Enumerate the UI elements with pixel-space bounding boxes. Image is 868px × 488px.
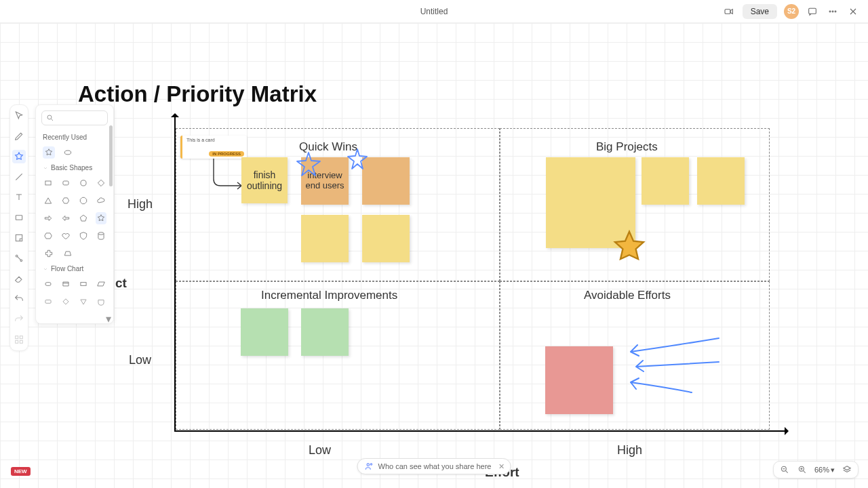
canvas[interactable]: Recently Used Basic Shapes (0, 23, 868, 488)
panel-scrollbar[interactable] (109, 125, 113, 186)
shield-icon[interactable] (78, 230, 89, 242)
chat-icon[interactable] (806, 5, 819, 18)
sticky-green-2[interactable] (301, 308, 349, 356)
sticky-red[interactable] (545, 346, 613, 414)
shape-panel: Recently Used Basic Shapes (35, 104, 114, 324)
panel-expand-icon[interactable]: ▾ (104, 314, 113, 323)
fc5-icon[interactable] (43, 296, 54, 308)
q4-label[interactable]: Avoidable Efforts (584, 289, 671, 302)
arrow-left-icon[interactable] (60, 212, 71, 224)
x-high-label: High (617, 443, 642, 458)
zoom-in-icon[interactable] (797, 464, 808, 475)
svg-rect-12 (20, 340, 22, 343)
pentagon-icon[interactable] (78, 212, 89, 224)
plus-icon[interactable] (43, 247, 55, 260)
fc4-icon[interactable] (96, 278, 106, 290)
hexagon-icon[interactable] (60, 195, 71, 207)
fc1-icon[interactable] (43, 278, 54, 290)
eraser-tool[interactable] (12, 272, 26, 285)
hex2-icon[interactable] (43, 230, 54, 242)
svg-point-8 (20, 260, 22, 262)
rect-icon[interactable] (43, 177, 54, 189)
document-title[interactable]: Untitled (420, 7, 448, 16)
circle-icon[interactable] (78, 177, 89, 189)
connector-tool[interactable] (12, 251, 26, 265)
share-pill[interactable]: Who can see what you share here ✕ (357, 458, 511, 474)
new-badge[interactable]: NEW (11, 467, 31, 476)
svg-rect-6 (16, 235, 22, 241)
text-tool[interactable] (12, 190, 26, 204)
more-icon[interactable] (826, 5, 840, 18)
svg-point-13 (47, 115, 52, 119)
cylinder-icon[interactable] (96, 230, 106, 242)
sticky-tool[interactable] (12, 231, 26, 245)
sticky-big-2[interactable] (642, 157, 689, 205)
basic-shapes-label[interactable]: Basic Shapes (36, 161, 113, 174)
share-close-icon[interactable]: ✕ (498, 462, 505, 471)
diamond-icon[interactable] (96, 177, 106, 189)
star-shape-icon[interactable] (43, 146, 55, 159)
undo-tool[interactable] (12, 292, 26, 306)
close-icon[interactable] (846, 5, 860, 18)
diagram-title[interactable]: Action / Priority Matrix (78, 81, 317, 107)
card-tag: IN PROGRESS (209, 151, 244, 157)
pencil-tool[interactable] (12, 129, 26, 143)
sticky-yellow-2[interactable] (362, 215, 410, 262)
card-text: This is a card (186, 138, 243, 142)
svg-rect-1 (809, 8, 816, 14)
arrow-right-icon[interactable] (43, 212, 54, 224)
zoom-out-icon[interactable] (779, 464, 790, 475)
svg-rect-0 (725, 9, 730, 14)
fc7-icon[interactable] (78, 296, 89, 308)
zoom-percent[interactable]: 66%▾ (814, 466, 835, 474)
fc8-icon[interactable] (96, 296, 106, 308)
fc3-icon[interactable] (78, 278, 89, 290)
roundrect-icon[interactable] (60, 177, 71, 189)
sticky-finish-outlining[interactable]: finish outlining (241, 157, 288, 203)
card[interactable]: This is a card IN PROGRESS (180, 136, 247, 159)
fc6-icon[interactable] (60, 296, 71, 308)
avatar[interactable]: S2 (784, 4, 799, 19)
gold-star[interactable] (610, 228, 648, 266)
sticky-green-1[interactable] (241, 308, 288, 356)
templates-tool[interactable] (12, 333, 26, 346)
fc2-icon[interactable] (60, 278, 71, 290)
video-icon[interactable] (722, 5, 736, 18)
svg-rect-19 (45, 283, 51, 286)
ellipse-shape-icon[interactable] (62, 146, 74, 159)
shape-search[interactable] (41, 110, 108, 125)
topbar: Untitled Save S2 (0, 0, 868, 23)
line-tool[interactable] (12, 170, 26, 184)
q2-label[interactable]: Big Projects (596, 140, 658, 154)
save-button[interactable]: Save (743, 4, 777, 19)
svg-rect-10 (20, 336, 22, 339)
pointer-tool[interactable] (12, 109, 26, 123)
svg-rect-11 (16, 340, 18, 343)
q3-label[interactable]: Incremental Improvements (261, 289, 397, 302)
star-icon[interactable] (96, 212, 106, 224)
sketch-arrows (617, 331, 726, 399)
heart-icon[interactable] (60, 230, 71, 242)
flowchart-label[interactable]: Flow Chart (36, 262, 113, 275)
share-text: Who can see what you share here (378, 462, 492, 470)
octagon-icon[interactable] (78, 195, 89, 207)
svg-point-22 (367, 464, 370, 466)
svg-point-4 (835, 11, 836, 12)
shapes-tool[interactable] (12, 150, 26, 163)
triangle-icon[interactable] (43, 195, 54, 207)
sketch-star-1 (292, 149, 326, 183)
layers-icon[interactable] (842, 464, 852, 475)
y-axis-title-partial: ct (115, 276, 127, 291)
redo-tool[interactable] (12, 312, 26, 326)
cloud-icon[interactable] (96, 195, 106, 207)
sketch-star-2 (343, 146, 372, 175)
sticky-big-3[interactable] (697, 157, 745, 205)
recently-used-label: Recently Used (36, 131, 113, 144)
trapezoid-icon[interactable] (62, 247, 74, 260)
x-axis (174, 430, 787, 432)
y-high-label: High (127, 197, 153, 211)
sticky-yellow-1[interactable] (301, 215, 349, 262)
svg-point-18 (98, 232, 104, 235)
card-tool[interactable] (12, 211, 26, 224)
y-low-label: Low (129, 353, 151, 367)
